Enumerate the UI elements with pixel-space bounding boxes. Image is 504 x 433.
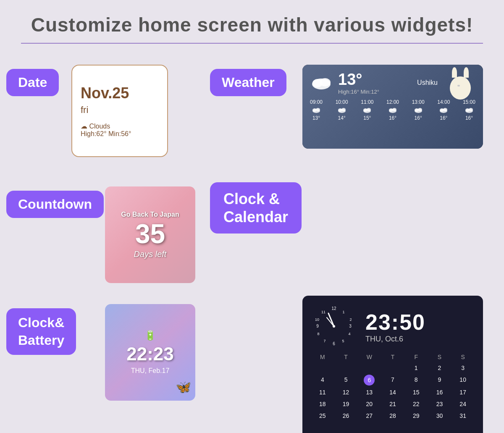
cal-day-28: 28	[381, 411, 404, 421]
badge-weather: Weather	[210, 69, 286, 96]
calendar-grid: M T W T F S S 1 2 3 4 5 6 7	[302, 349, 483, 430]
clockcal-date: THU, Oct.6	[365, 335, 425, 344]
cal-day-3: 3	[451, 363, 475, 373]
cal-day-14: 14	[381, 387, 404, 397]
hour-2: 10:00	[336, 99, 348, 105]
hour-1: 09:00	[310, 99, 323, 105]
cal-day-23: 23	[428, 399, 452, 409]
clock-num-8: 8	[317, 332, 319, 336]
temp-6: 16°	[440, 115, 447, 121]
clock-num-11: 11	[321, 310, 326, 314]
cal-day-10: 10	[451, 375, 475, 386]
clock-center	[333, 325, 335, 328]
cal-day-empty-8	[381, 423, 404, 426]
cal-day-4: 4	[311, 375, 334, 386]
calendar-days: 1 2 3 4 5 6 7 8 9 10 11 12 13 14 15 16 1…	[311, 363, 475, 426]
temp-4: 16°	[389, 115, 396, 121]
clockbattery-time: 22:23	[126, 344, 174, 365]
clock-num-3: 3	[349, 324, 352, 328]
weather-hour-3: 11:00 15°	[361, 99, 373, 121]
cal-day-6-today: 6	[364, 375, 375, 386]
cal-day-9: 9	[428, 375, 452, 386]
butterfly-decoration: 🦋	[176, 380, 191, 394]
cloud-small-icon-6	[439, 107, 448, 113]
temp-3: 15°	[363, 115, 371, 121]
cal-day-2: 2	[428, 363, 452, 373]
widget-weather: 13° High:16° Min:12° Ushiku 09:00 13° 10…	[302, 65, 483, 149]
clock-num-12: 12	[331, 306, 336, 311]
cal-day-empty-7	[357, 423, 381, 426]
svg-point-17	[418, 108, 422, 111]
clock-num-10: 10	[315, 318, 319, 322]
cal-day-empty-5	[311, 423, 334, 426]
date-temp: High:62° Min:56°	[81, 130, 159, 138]
battery-icon: 🔋	[144, 330, 156, 341]
cal-day-empty-10	[428, 423, 452, 426]
weather-city: Ushiku	[417, 79, 438, 87]
date-weather: ☁ Clouds	[81, 122, 159, 130]
cal-day-29: 29	[404, 411, 428, 421]
countdown-number: 35	[135, 218, 165, 249]
cal-day-12: 12	[334, 387, 358, 397]
cal-day-30: 30	[428, 411, 452, 421]
cal-header-W: W	[357, 354, 381, 360]
svg-point-5	[316, 108, 320, 111]
row-2: Countdown Go Back To Japan 35 Days left …	[0, 178, 504, 300]
countdown-sub: Days left	[134, 249, 167, 259]
clockcal-time: 23:50	[365, 310, 425, 335]
cal-header-F: F	[404, 354, 428, 360]
cal-day-5: 5	[334, 375, 358, 386]
cal-day-8: 8	[404, 375, 428, 386]
cal-day-16: 16	[428, 387, 452, 397]
cloud-small-icon-5	[414, 107, 423, 113]
widget-date: Nov.25 fri ☁ Clouds High:62° Min:56°	[71, 65, 168, 157]
cal-day-7: 7	[381, 375, 404, 386]
badge-clockbattery: Clock& Battery	[6, 308, 76, 355]
hour-hand	[328, 313, 334, 326]
countdown-title: Go Back To Japan	[121, 211, 179, 218]
weather-hour-5: 13:00 16°	[412, 99, 425, 121]
temp-1: 13°	[312, 115, 320, 121]
cal-day-17: 17	[451, 387, 475, 397]
header-divider	[21, 43, 483, 44]
cal-day-31: 31	[451, 411, 475, 421]
svg-point-23	[469, 108, 473, 111]
cal-header-T2: T	[381, 354, 404, 360]
cal-day-19: 19	[334, 399, 358, 409]
cal-day-13: 13	[357, 387, 381, 397]
badge-countdown: Countdown	[6, 191, 104, 218]
cal-day-empty-2	[334, 363, 358, 373]
analog-clock: 12 3 6 9 1 2 4 5 7 8 10 11	[311, 303, 357, 349]
cal-day-18: 18	[311, 399, 334, 409]
svg-point-11	[367, 108, 371, 111]
cloud-small-icon-7	[465, 107, 474, 113]
cal-header-S2: S	[451, 354, 475, 360]
cal-day-empty-3	[357, 363, 381, 373]
hour-3: 11:00	[361, 99, 373, 105]
widget-clockcal: 12 3 6 9 1 2 4 5 7 8 10 11 23:50 THU,	[302, 296, 483, 433]
svg-point-14	[392, 108, 396, 111]
cloud-small-icon-2	[337, 107, 346, 113]
badge-clockcal: Clock & Calendar	[210, 182, 302, 234]
date-main: Nov.25	[81, 84, 159, 102]
svg-point-20	[443, 108, 447, 111]
cloud-small-icon-3	[362, 107, 372, 113]
cal-day-empty-1	[311, 363, 334, 373]
cal-day-empty-9	[404, 423, 428, 426]
cloud-icon	[310, 75, 333, 91]
clock-num-9: 9	[316, 324, 319, 328]
badge-date: Date	[6, 69, 59, 96]
weather-hour-1: 09:00 13°	[310, 99, 323, 121]
svg-point-8	[341, 108, 346, 111]
weather-temp: 13°	[338, 71, 379, 89]
widget-countdown: Go Back To Japan 35 Days left	[105, 186, 195, 283]
temp-7: 16°	[465, 115, 473, 121]
clock-num-5: 5	[342, 339, 344, 343]
row-3: Clock& Battery 🔋 22:23 THU, Feb.17 🦋 12 …	[0, 304, 504, 433]
clock-digital: 23:50 THU, Oct.6	[365, 310, 425, 344]
cal-day-empty-6	[334, 423, 358, 426]
temp-2: 14°	[338, 115, 346, 121]
cal-day-15: 15	[404, 387, 428, 397]
cal-day-22: 22	[404, 399, 428, 409]
cal-header-T1: T	[334, 354, 358, 360]
